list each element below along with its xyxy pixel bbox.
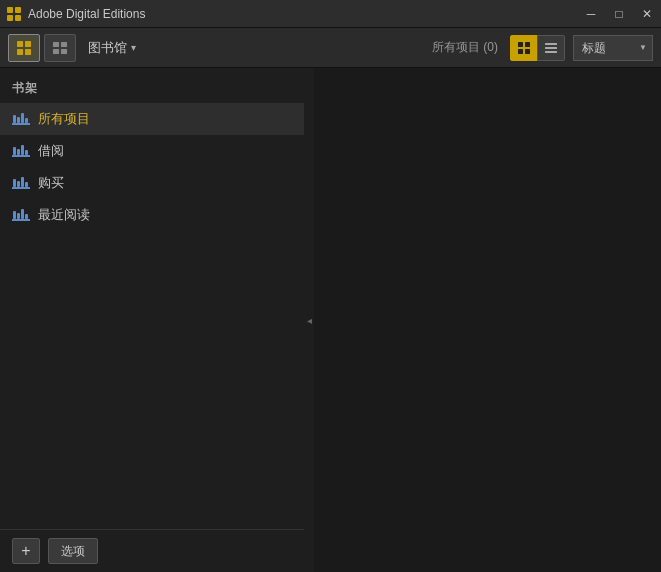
- sidebar-header: 书架: [0, 68, 309, 103]
- grid-view-button[interactable]: [8, 34, 40, 62]
- list-view-button[interactable]: [44, 34, 76, 62]
- sidebar-item-recent[interactable]: 最近阅读: [0, 199, 309, 231]
- svg-rect-4: [17, 41, 23, 47]
- svg-rect-16: [545, 43, 557, 45]
- svg-rect-35: [13, 211, 16, 219]
- svg-rect-9: [61, 42, 67, 47]
- svg-rect-5: [25, 41, 31, 47]
- sidebar-item-purchased[interactable]: 购买: [0, 167, 309, 199]
- sidebar-resize-handle[interactable]: ◂: [304, 68, 314, 572]
- sort-dropdown[interactable]: 标题 作者 出版商 日期: [573, 35, 653, 61]
- bookshelf-icon-borrowed: [12, 143, 30, 159]
- thumbnail-view-button[interactable]: [510, 35, 538, 61]
- svg-rect-6: [17, 49, 23, 55]
- app-icon: [6, 6, 22, 22]
- sidebar-item-recent-label: 最近阅读: [38, 206, 90, 224]
- svg-rect-12: [518, 42, 523, 47]
- svg-rect-24: [12, 155, 30, 157]
- svg-rect-7: [25, 49, 31, 55]
- bookshelf-icon-recent: [12, 207, 30, 223]
- svg-rect-2: [7, 15, 13, 21]
- divider-arrow-icon: ◂: [307, 315, 312, 326]
- svg-rect-38: [25, 214, 28, 219]
- toolbar: 图书馆 ▾ 所有项目 (0) 标题 作者 出版商 日期: [0, 28, 661, 68]
- svg-rect-18: [545, 51, 557, 53]
- minimize-button[interactable]: ─: [577, 0, 605, 28]
- svg-rect-27: [21, 145, 24, 155]
- svg-rect-19: [12, 123, 30, 125]
- options-button[interactable]: 选项: [48, 538, 98, 564]
- svg-rect-31: [17, 181, 20, 187]
- svg-rect-30: [13, 179, 16, 187]
- library-arrow-icon: ▾: [131, 42, 136, 53]
- svg-rect-26: [17, 149, 20, 155]
- sidebar: 书架 所有项目 借阅: [0, 68, 310, 572]
- sidebar-item-borrowed[interactable]: 借阅: [0, 135, 309, 167]
- sidebar-item-all[interactable]: 所有项目: [0, 103, 309, 135]
- bookshelf-icon-all: [12, 111, 30, 127]
- svg-rect-37: [21, 209, 24, 219]
- svg-rect-10: [53, 49, 59, 54]
- svg-rect-8: [53, 42, 59, 47]
- add-button[interactable]: +: [12, 538, 40, 564]
- svg-rect-21: [17, 117, 20, 123]
- svg-rect-23: [25, 118, 28, 123]
- maximize-button[interactable]: □: [605, 0, 633, 28]
- svg-rect-25: [13, 147, 16, 155]
- svg-rect-28: [25, 150, 28, 155]
- detail-view-button[interactable]: [537, 35, 565, 61]
- svg-rect-1: [15, 7, 21, 13]
- svg-rect-11: [61, 49, 67, 54]
- library-dropdown[interactable]: 图书馆 ▾: [80, 34, 144, 62]
- bookshelf-icon-purchased: [12, 175, 30, 191]
- svg-rect-32: [21, 177, 24, 187]
- sidebar-item-all-label: 所有项目: [38, 110, 90, 128]
- svg-rect-22: [21, 113, 24, 123]
- svg-rect-13: [525, 42, 530, 47]
- title-bar: Adobe Digital Editions ─ □ ✕: [0, 0, 661, 28]
- svg-rect-29: [12, 187, 30, 189]
- svg-rect-17: [545, 47, 557, 49]
- svg-rect-3: [15, 15, 21, 21]
- svg-rect-33: [25, 182, 28, 187]
- app-title: Adobe Digital Editions: [28, 7, 145, 21]
- sidebar-item-borrowed-label: 借阅: [38, 142, 64, 160]
- window-controls: ─ □ ✕: [577, 0, 661, 28]
- sidebar-item-purchased-label: 购买: [38, 174, 64, 192]
- svg-rect-15: [525, 49, 530, 54]
- main-layout: 书架 所有项目 借阅: [0, 68, 661, 572]
- close-button[interactable]: ✕: [633, 0, 661, 28]
- svg-rect-36: [17, 213, 20, 219]
- svg-rect-14: [518, 49, 523, 54]
- content-area: [310, 68, 661, 572]
- sort-dropdown-wrap: 标题 作者 出版商 日期: [573, 35, 653, 61]
- item-count: 所有项目 (0): [432, 39, 498, 56]
- sidebar-bottom: + 选项: [0, 529, 309, 572]
- svg-rect-20: [13, 115, 16, 123]
- svg-rect-0: [7, 7, 13, 13]
- library-label: 图书馆: [88, 39, 127, 57]
- svg-rect-34: [12, 219, 30, 221]
